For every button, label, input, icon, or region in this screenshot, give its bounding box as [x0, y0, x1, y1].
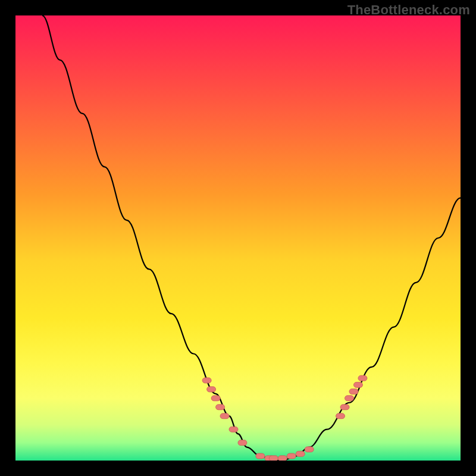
data-marker [256, 453, 265, 459]
data-marker [305, 447, 314, 452]
data-marker [336, 414, 345, 419]
data-marker [349, 389, 358, 394]
data-marker [287, 453, 296, 459]
watermark-text: TheBottleneck.com [347, 2, 470, 18]
data-marker [216, 405, 225, 410]
data-marker [211, 396, 220, 401]
data-marker [238, 440, 247, 446]
chart-overlay [15, 15, 461, 461]
data-marker [229, 427, 238, 432]
data-marker [358, 375, 367, 381]
data-marker [353, 382, 362, 387]
chart-stage: TheBottleneck.com [0, 0, 476, 476]
marker-group [202, 375, 367, 461]
data-marker [202, 378, 211, 383]
data-marker [207, 387, 216, 392]
plot-area [15, 15, 461, 461]
data-marker [345, 396, 354, 401]
data-marker [220, 414, 229, 419]
data-marker [340, 405, 349, 410]
data-marker [296, 451, 305, 456]
data-marker [278, 456, 287, 461]
data-marker [269, 456, 278, 461]
bottleneck-curve [42, 15, 461, 461]
